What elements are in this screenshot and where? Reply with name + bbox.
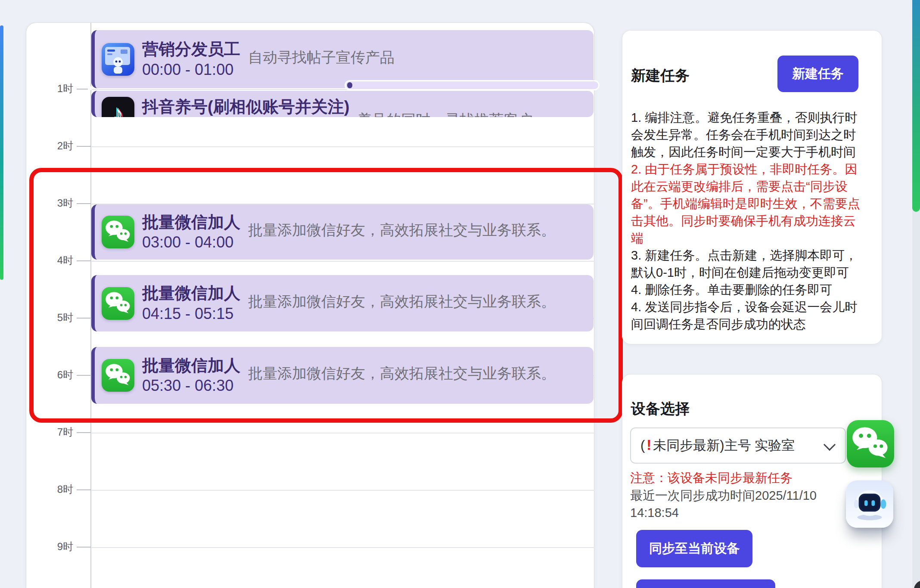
hour-label: 9时: [34, 540, 73, 554]
new-task-panel: 新建任务 新建任务 1. 编排注意。避免任务重叠，否则执行时会发生异常。任务会在…: [622, 30, 882, 344]
task-title: 营销分发员工: [142, 39, 240, 60]
task-description: 自动寻找帖子宣传产品: [248, 48, 395, 68]
task-text: 批量微信加人 05:30 - 06:30: [142, 356, 240, 396]
task-description: 批量添加微信好友，高效拓展社交与业务联系。: [248, 364, 556, 384]
task-title: 批量微信加人: [142, 212, 240, 233]
instruction-line: 4. 删除任务。单击要删除的任务即可: [631, 281, 867, 298]
assistant-robot-graphic: [846, 480, 893, 528]
hour-gridline: [91, 261, 594, 262]
hour-label: 5时: [34, 311, 73, 325]
hour-tick: [77, 547, 91, 548]
hour-label: 6时: [34, 368, 73, 382]
wechat-bubbles-graphic: [102, 216, 134, 248]
task-title: 批量微信加人: [142, 283, 240, 304]
wechat-icon: [102, 359, 134, 392]
wechat-launcher-icon[interactable]: [847, 420, 894, 467]
hour-tick: [77, 260, 91, 261]
hour-label: 4时: [34, 254, 73, 267]
secondary-sync-button-partial[interactable]: [636, 579, 775, 588]
task-description: 批量添加微信好友，高效拓展社交与业务联系。: [248, 220, 556, 240]
hour-gridline: [91, 490, 594, 491]
hour-label: 7时: [34, 425, 73, 439]
hour-gridline: [91, 547, 594, 548]
instruction-line: 2. 由于任务属于预设性，非即时任务。因此在云端更改编排后，需要点击“同步设备”…: [631, 161, 867, 247]
task-text: 营销分发员工 00:00 - 01:00: [142, 39, 240, 79]
wechat-icon: [102, 216, 134, 248]
task-title: 抖音养号(刷相似账号并关注): [142, 97, 349, 117]
task-time: 05:30 - 06:30: [142, 376, 240, 395]
wechat-icon: [102, 287, 134, 320]
panel-title: 设备选择: [631, 399, 690, 419]
task-text: 批量微信加人 04:15 - 05:15: [142, 283, 240, 323]
panel-title: 新建任务: [631, 66, 690, 86]
instruction-line: 1. 编排注意。避免任务重叠，否则执行时会发生异常。任务会在手机时间到达之时触发…: [631, 109, 867, 161]
wechat-bubbles-graphic: [102, 287, 134, 320]
task-card-tiktok[interactable]: ♪ 抖音养号(刷相似账号并关注) 养号的同时，寻找推荐客户: [91, 91, 594, 117]
hour-label: 2时: [34, 139, 73, 153]
task-card-wechat-3[interactable]: 批量微信加人 05:30 - 06:30 批量添加微信好友，高效拓展社交与业务联…: [91, 347, 594, 404]
hour-tick: [77, 203, 91, 204]
right-gradient-strip: [912, 0, 920, 212]
task-description: 养号的同时，寻找推荐客户: [357, 110, 533, 118]
task-card-marketing[interactable]: 营销分发员工 00:00 - 01:00 自动寻找帖子宣传产品: [91, 30, 594, 88]
wechat-bubbles-graphic: [847, 420, 894, 467]
hour-tick: [77, 146, 91, 147]
time-marker-arrow: [88, 84, 93, 92]
new-task-button[interactable]: 新建任务: [777, 56, 858, 92]
hour-tick: [77, 432, 91, 433]
task-text: 抖音养号(刷相似账号并关注): [142, 97, 349, 117]
instructions-text: 1. 编排注意。避免任务重叠，否则执行时会发生异常。任务会在手机时间到达之时触发…: [631, 109, 867, 333]
hour-tick: [77, 375, 91, 376]
hour-label: 8时: [34, 483, 73, 496]
alert-mark: !: [645, 437, 653, 453]
task-text: 批量微信加人 03:00 - 04:00: [142, 212, 240, 252]
instruction-line: 4. 发送同步指令后，设备会延迟一会儿时间回调任务是否同步成功的状态: [631, 298, 867, 333]
hour-label: 1时: [34, 82, 73, 96]
hour-label: 3时: [34, 196, 73, 210]
instruction-line: 3. 新建任务。点击新建，选择脚本即可，默认0-1时，时间在创建后拖动变更即可: [631, 247, 867, 281]
hour-tick: [77, 318, 91, 319]
scheduler-page: 1时 2时 3时 4时 5时 6时 7时 8时 9时: [0, 0, 920, 588]
task-card-wechat-2[interactable]: 批量微信加人 04:15 - 05:15 批量添加微信好友，高效拓展社交与业务联…: [91, 275, 594, 331]
last-sync-text: 最近一次同步成功时间2025/11/10 14:18:54: [630, 487, 845, 521]
tiktok-note-glyph: ♪: [112, 100, 124, 117]
chevron-down-icon: [824, 439, 836, 451]
left-gradient-strip: [0, 25, 3, 280]
assistant-robot-icon[interactable]: [846, 480, 893, 528]
hour-tick: [77, 489, 91, 490]
sync-warning-text: 注意：该设备未同步最新任务: [630, 470, 854, 487]
task-time: 03:00 - 04:00: [142, 232, 240, 252]
task-card-wechat-1[interactable]: 批量微信加人 03:00 - 04:00 批量添加微信好友，高效拓展社交与业务联…: [91, 204, 594, 260]
marketing-robot-graphic: [102, 43, 134, 76]
device-select-value: (!未同步最新)主号 实验室: [640, 436, 795, 455]
device-panel: 设备选择 (!未同步最新)主号 实验室 注意：该设备未同步最新任务 最近一次同步…: [622, 374, 882, 588]
task-time: 00:00 - 01:00: [142, 60, 240, 79]
hour-gridline: [91, 146, 594, 147]
tiktok-icon: ♪: [102, 97, 134, 117]
wechat-bubbles-graphic: [102, 359, 134, 392]
device-select[interactable]: (!未同步最新)主号 实验室: [630, 427, 846, 464]
marketing-robot-icon: [102, 43, 134, 76]
task-title: 批量微信加人: [142, 356, 240, 376]
sync-to-device-button[interactable]: 同步至当前设备: [636, 530, 752, 567]
task-description: 批量添加微信好友，高效拓展社交与业务联系。: [248, 292, 556, 312]
task-duration-slider[interactable]: [345, 80, 600, 90]
hour-gridline: [91, 433, 594, 433]
task-time: 04:15 - 05:15: [142, 304, 240, 323]
